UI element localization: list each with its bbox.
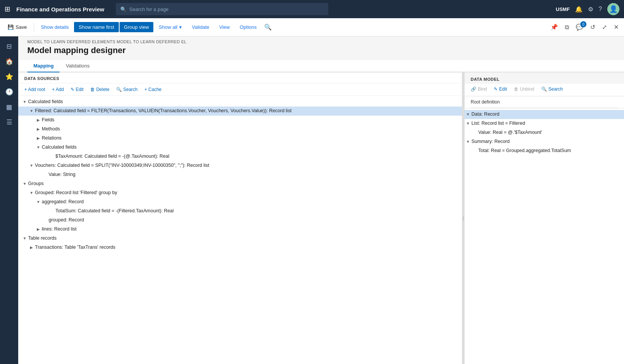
tree-toggle-icon[interactable]: ▼ (28, 162, 35, 169)
expand-icon[interactable]: ⤢ (600, 22, 609, 32)
sidebar-item-favorites[interactable]: ⭐ (2, 70, 16, 83)
tab-validations[interactable]: Validations (60, 60, 96, 72)
tree-node[interactable]: ▶Fields (18, 116, 462, 125)
show-details-button[interactable]: Show details (36, 22, 74, 32)
tree-node[interactable]: ▼aggregated: Record (18, 198, 462, 207)
pin-icon[interactable]: 📌 (548, 22, 560, 32)
org-label: USMF (556, 6, 570, 12)
tree-toggle-icon[interactable]: ▼ (35, 199, 42, 206)
right-tree-node[interactable]: ▼Summary: Record (465, 137, 624, 146)
right-tree-node[interactable]: ▼Data: Record (465, 110, 624, 119)
view-button[interactable]: View (214, 22, 234, 32)
right-tree-toggle-icon[interactable]: ▼ (465, 120, 471, 127)
tree-node[interactable]: ▶Transactions: Table 'TaxTrans' records (18, 243, 462, 252)
tree-toggle-icon[interactable]: ▶ (28, 244, 35, 251)
delete-button[interactable]: 🗑 Delete (88, 86, 112, 93)
sidebar-item-home[interactable]: 🏠 (2, 55, 16, 68)
unbind-icon: 🗑 (514, 86, 518, 92)
sidebar-item-filter[interactable]: ⊟ (2, 39, 16, 53)
close-icon[interactable]: ✕ (611, 22, 621, 32)
user-avatar[interactable]: 👤 (607, 3, 619, 15)
tree-node-label: Table records (28, 235, 459, 242)
left-tree-container[interactable]: ▼Calculated fields▼Filtered: Calculated … (18, 96, 462, 364)
tree-toggle-icon[interactable]: ▶ (35, 226, 42, 233)
tree-node[interactable]: ▼Calculated fields (18, 143, 462, 152)
right-tree-node[interactable]: Total: Real = Grouped.aggregated.TotalSu… (465, 146, 624, 155)
tree-toggle-icon[interactable]: ▼ (35, 144, 42, 151)
sidebar-item-recent[interactable]: 🕐 (2, 85, 16, 99)
tree-node[interactable]: grouped: Record (18, 216, 462, 225)
settings-icon[interactable]: ⚙ (588, 6, 593, 13)
badge-button[interactable]: 💬 0 (574, 22, 586, 32)
options-button[interactable]: Options (235, 22, 261, 32)
add-root-button[interactable]: + Add root (22, 86, 47, 93)
tree-toggle-icon[interactable]: ▼ (28, 108, 35, 115)
sidebar-item-workspaces[interactable]: ▦ (2, 100, 16, 114)
right-tree-toggle-icon[interactable]: ▼ (465, 111, 471, 118)
tree-node[interactable]: Value: String (18, 170, 462, 179)
search-toolbar-button[interactable]: 🔍 (262, 22, 274, 32)
validate-button[interactable]: Validate (187, 22, 214, 32)
tree-node[interactable]: ▼Groups (18, 179, 462, 188)
tree-node[interactable]: ▼Table records (18, 234, 462, 243)
global-search-box[interactable]: 🔍 (116, 3, 328, 15)
right-tree-toggle-icon[interactable] (465, 129, 471, 136)
right-tree-toggle-icon[interactable]: ▼ (465, 138, 471, 145)
right-edit-button[interactable]: ✎ Edit (492, 85, 509, 93)
search-button[interactable]: 🔍 Search (114, 86, 140, 93)
sidebar-item-modules[interactable]: ☰ (2, 115, 16, 129)
tree-toggle-icon[interactable]: ▼ (21, 235, 28, 242)
global-search-input[interactable] (129, 6, 324, 12)
left-panel-header: DATA SOURCES (18, 72, 462, 83)
tree-node-label: Relations (42, 135, 459, 142)
tab-mapping[interactable]: Mapping (27, 60, 60, 72)
tree-node[interactable]: $TaxAmount: Calculated field = -(@.TaxAm… (18, 152, 462, 161)
add-button[interactable]: + Add (50, 86, 66, 93)
help-icon[interactable]: ? (599, 6, 602, 13)
tree-toggle-icon[interactable]: ▼ (28, 190, 35, 196)
group-view-button[interactable]: Group view (120, 22, 154, 32)
tree-toggle-icon[interactable] (35, 171, 42, 178)
tree-node-label: aggregated: Record (42, 199, 459, 206)
tree-toggle-icon[interactable] (42, 208, 49, 215)
right-tree-node[interactable]: ▼List: Record list = Filtered (465, 119, 624, 128)
tree-node[interactable]: ▼Vouchers: Calculated field = SPLIT("INV… (18, 161, 462, 170)
notification-icon[interactable]: 🔔 (575, 6, 583, 13)
show-all-button[interactable]: Show all ▾ (154, 22, 186, 32)
tree-node[interactable]: ▼Grouped: Record list 'Filtered' group b… (18, 188, 462, 198)
tree-toggle-icon[interactable]: ▼ (21, 99, 28, 105)
window-icon[interactable]: ⧉ (563, 22, 571, 32)
tree-node[interactable]: TotalSum: Calculated field = -(Filtered.… (18, 207, 462, 216)
cache-button[interactable]: + Cache (142, 86, 164, 93)
right-tree-toggle-icon[interactable] (465, 147, 471, 154)
unbind-button[interactable]: 🗑 Unbind (512, 85, 537, 93)
tree-toggle-icon[interactable]: ▶ (35, 117, 42, 124)
apps-grid-icon[interactable]: ⊞ (5, 5, 10, 13)
toolbar-right-icons: 📌 ⧉ 💬 0 ↺ ⤢ ✕ (548, 22, 621, 32)
left-panel: DATA SOURCES + Add root + Add ✎ Edit 🗑 D… (18, 72, 462, 364)
show-name-first-button[interactable]: Show name first (74, 22, 118, 32)
save-button[interactable]: 💾 Save (3, 22, 32, 32)
tree-toggle-icon[interactable]: ▼ (21, 180, 28, 187)
right-search-button[interactable]: 🔍 Search (539, 85, 565, 93)
right-tree-node[interactable]: Value: Real = @.'$TaxAmount' (465, 128, 624, 137)
tree-toggle-icon[interactable] (35, 217, 42, 224)
breadcrumb: MODEL TO LEARN DEFERRED ELEMENTS MODEL T… (18, 36, 624, 44)
tree-toggle-icon[interactable] (42, 153, 49, 160)
tree-node-label: Methods (42, 126, 459, 133)
save-icon: 💾 (8, 24, 14, 30)
tree-node[interactable]: ▶Methods (18, 125, 462, 134)
right-tree-container[interactable]: ▼Data: Record▼List: Record list = Filter… (465, 108, 624, 364)
refresh-icon[interactable]: ↺ (588, 22, 597, 32)
tree-toggle-icon[interactable]: ▶ (35, 126, 42, 133)
main-layout: ⊟ 🏠 ⭐ 🕐 ▦ ☰ MODEL TO LEARN DEFERRED ELEM… (0, 36, 624, 364)
tree-node[interactable]: ▼Filtered: Calculated field = FILTER(Tra… (18, 107, 462, 116)
tree-node[interactable]: ▶lines: Record list (18, 225, 462, 234)
tree-node[interactable]: ▼Calculated fields (18, 97, 462, 107)
right-tree-node-label: List: Record list = Filtered (471, 120, 621, 127)
edit-button[interactable]: ✎ Edit (68, 86, 86, 93)
bind-button[interactable]: 🔗 Bind (468, 85, 489, 93)
tree-toggle-icon[interactable]: ▶ (35, 135, 42, 142)
right-panel-actions: 🔗 Bind ✎ Edit 🗑 Unbind 🔍 Search (465, 84, 624, 96)
tree-node[interactable]: ▶Relations (18, 134, 462, 143)
